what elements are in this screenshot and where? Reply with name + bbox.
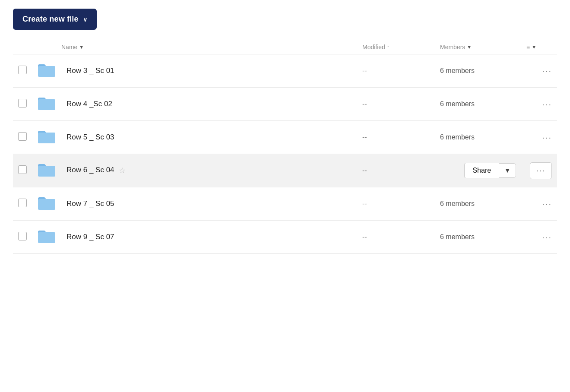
row-members-cell: 6 members <box>435 221 521 254</box>
table-row: Row 5 _ Sc 03--6 members··· <box>13 121 557 154</box>
row-checkbox-cell <box>13 121 32 154</box>
name-sort-button[interactable]: Name ▼ <box>61 44 84 51</box>
folder-icon-cell <box>32 88 61 121</box>
more-options-icon[interactable]: ··· <box>542 232 552 242</box>
row-members-cell: 6 members <box>435 54 521 88</box>
th-members[interactable]: Members ▼ <box>435 40 521 54</box>
row-name-cell[interactable]: Row 6 _ Sc 04☆ <box>61 154 357 187</box>
th-name[interactable]: Name ▼ <box>61 40 357 54</box>
th-modified[interactable]: Modified ↑ <box>357 40 435 54</box>
more-options-icon[interactable]: ··· <box>542 133 552 142</box>
row-checkbox[interactable] <box>18 199 27 207</box>
row-members-value: 6 members <box>440 233 475 240</box>
more-options-button[interactable]: ··· <box>530 162 552 179</box>
row-name-label: Row 9 _ Sc 07 <box>66 233 114 241</box>
row-modified-value: -- <box>362 200 367 207</box>
row-modified-value: -- <box>362 233 367 240</box>
folder-icon <box>37 105 56 112</box>
folder-icon-cell <box>32 54 61 88</box>
th-icon <box>32 40 61 54</box>
more-options-icon[interactable]: ··· <box>542 199 552 209</box>
table-header-row: Name ▼ Modified ↑ Members ▼ ≡ ▼ <box>13 40 557 54</box>
row-modified-cell: -- <box>357 187 435 221</box>
star-icon[interactable]: ☆ <box>119 166 126 175</box>
row-actions-cell: ··· <box>521 88 557 121</box>
row-members-value: 6 members <box>440 67 475 74</box>
share-actions: Share ▼ <box>440 163 516 178</box>
row-checkbox[interactable] <box>18 232 27 240</box>
row-checkbox-cell <box>13 88 32 121</box>
modified-sort-arrow-icon: ↑ <box>387 44 390 50</box>
th-modified-label: Modified <box>362 44 385 51</box>
create-new-file-button[interactable]: Create new file ∨ <box>13 9 97 30</box>
modified-sort-button[interactable]: Modified ↑ <box>362 44 389 51</box>
row-checkbox[interactable] <box>18 132 27 141</box>
row-name-cell[interactable]: Row 5 _ Sc 03 <box>61 121 357 154</box>
list-view-button[interactable]: ≡ ▼ <box>526 44 536 51</box>
row-name-label: Row 6 _ Sc 04 <box>66 166 114 174</box>
table-row: Row 3 _ Sc 01--6 members··· <box>13 54 557 88</box>
row-modified-value: -- <box>362 100 367 107</box>
row-checkbox-cell <box>13 187 32 221</box>
members-sort-button[interactable]: Members ▼ <box>440 44 472 51</box>
row-actions-cell: ··· <box>521 54 557 88</box>
row-name-label: Row 7 _ Sc 05 <box>66 199 114 208</box>
row-checkbox-cell <box>13 221 32 254</box>
members-sort-arrow-icon: ▼ <box>467 44 472 50</box>
folder-icon-cell <box>32 187 61 221</box>
row-modified-cell: -- <box>357 221 435 254</box>
row-name-label: Row 5 _ Sc 03 <box>66 133 114 141</box>
create-new-file-label: Create new file <box>22 15 79 24</box>
row-checkbox-cell <box>13 154 32 187</box>
row-checkbox[interactable] <box>18 99 27 107</box>
folder-icon <box>37 238 56 245</box>
row-members-value: 6 members <box>440 133 475 141</box>
row-members-cell: Share ▼ <box>435 154 521 187</box>
folder-icon <box>37 171 56 179</box>
create-dropdown-chevron-icon: ∨ <box>83 16 87 23</box>
row-name-cell[interactable]: Row 3 _ Sc 01 <box>61 54 357 88</box>
toolbar: Create new file ∨ <box>13 9 557 30</box>
th-name-label: Name <box>61 44 77 51</box>
list-view-icon-symbol: ≡ <box>526 44 530 51</box>
folder-icon-cell <box>32 221 61 254</box>
row-members-value: 6 members <box>440 200 475 207</box>
table-row: Row 7 _ Sc 05--6 members··· <box>13 187 557 221</box>
row-checkbox[interactable] <box>18 66 27 74</box>
name-sort-arrow-icon: ▼ <box>79 44 84 50</box>
row-actions-cell: ··· <box>521 221 557 254</box>
row-modified-cell: -- <box>357 54 435 88</box>
row-name-label: Row 4 _Sc 02 <box>66 100 112 108</box>
file-table: Name ▼ Modified ↑ Members ▼ ≡ ▼ <box>13 40 557 254</box>
more-options-icon[interactable]: ··· <box>542 66 552 76</box>
row-modified-value: -- <box>362 133 367 141</box>
row-actions-cell: ··· <box>521 121 557 154</box>
row-modified-cell: -- <box>357 121 435 154</box>
row-members-cell: 6 members <box>435 121 521 154</box>
row-modified-value: -- <box>362 167 367 174</box>
row-actions-cell: ··· <box>521 187 557 221</box>
th-view[interactable]: ≡ ▼ <box>521 40 557 54</box>
more-options-icon[interactable]: ··· <box>542 99 552 109</box>
row-checkbox-cell <box>13 54 32 88</box>
row-checkbox[interactable] <box>18 165 27 174</box>
view-sort-arrow-icon: ▼ <box>532 44 536 50</box>
th-members-label: Members <box>440 44 465 51</box>
table-row: Row 9 _ Sc 07--6 members··· <box>13 221 557 254</box>
share-button[interactable]: Share <box>464 163 499 178</box>
share-dropdown-button[interactable]: ▼ <box>499 163 516 178</box>
folder-icon <box>37 138 56 145</box>
row-actions-cell: ··· <box>521 154 557 187</box>
row-members-value: 6 members <box>440 100 475 107</box>
table-row: Row 6 _ Sc 04☆-- Share ▼ ··· <box>13 154 557 187</box>
row-modified-cell: -- <box>357 88 435 121</box>
row-name-cell[interactable]: Row 4 _Sc 02 <box>61 88 357 121</box>
row-modified-cell: -- <box>357 154 435 187</box>
table-row: Row 4 _Sc 02--6 members··· <box>13 88 557 121</box>
th-checkbox <box>13 40 32 54</box>
row-members-cell: 6 members <box>435 187 521 221</box>
row-name-label: Row 3 _ Sc 01 <box>66 66 114 75</box>
row-name-cell[interactable]: Row 9 _ Sc 07 <box>61 221 357 254</box>
row-modified-value: -- <box>362 67 367 74</box>
row-name-cell[interactable]: Row 7 _ Sc 05 <box>61 187 357 221</box>
